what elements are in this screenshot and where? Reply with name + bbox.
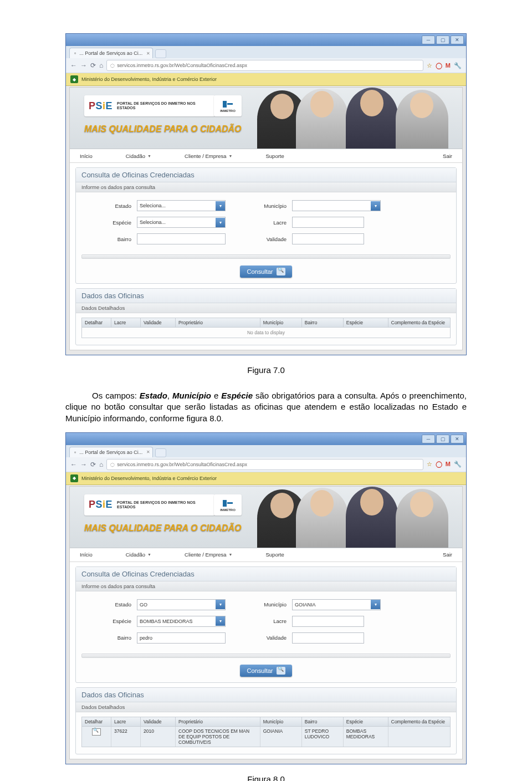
results-panel: Dados das Oficinas Dados Detalhados Deta… <box>75 687 457 754</box>
url-input[interactable]: ◌ servicos.inmetro.rs.gov.br/Web/Consult… <box>106 459 423 470</box>
lacre-input[interactable] <box>292 616 364 627</box>
estado-select[interactable]: GO▾ <box>137 599 226 610</box>
chevron-down-icon: ▼ <box>147 553 151 557</box>
results-sub: Dados Detalhados <box>76 702 456 712</box>
forward-icon[interactable]: → <box>80 62 87 69</box>
bookmark-star-icon[interactable]: ☆ <box>427 62 432 69</box>
browser-tab[interactable]: ▫ ... Portal de Serviços ao Ci... ✕ <box>69 48 153 58</box>
menu-inicio[interactable]: Início <box>80 153 93 159</box>
close-icon[interactable]: ✕ <box>451 435 464 443</box>
menu-cidadao[interactable]: Cidadão▼ <box>126 552 151 558</box>
url-input[interactable]: ◌ servicos.inmetro.rs.gov.br/Web/Consult… <box>106 60 423 71</box>
maximize-icon[interactable]: ▢ <box>436 35 449 44</box>
col-municipio[interactable]: Município <box>260 318 302 327</box>
menu-cidadao[interactable]: Cidadão▼ <box>126 153 151 159</box>
bookmark-label[interactable]: Ministério do Desenvolvimento, Indústria… <box>81 476 217 481</box>
consultar-button[interactable]: Consultar <box>240 266 291 278</box>
settings-wrench-icon[interactable]: 🔧 <box>454 461 462 468</box>
bairro-input[interactable] <box>137 233 226 244</box>
results-title: Dados das Oficinas <box>76 688 456 702</box>
tab-title: ... Portal de Serviços ao Ci... <box>79 50 142 56</box>
cell-bairro: ST PEDRO LUDOVICO <box>302 727 344 747</box>
menu-sair[interactable]: Sair <box>443 153 452 159</box>
forward-icon[interactable]: → <box>80 461 87 468</box>
page-icon: ▫ <box>74 50 76 56</box>
main-menu: Início Cidadão▼ Cliente / Empresa▼ Supor… <box>70 548 462 562</box>
reload-icon[interactable]: ⟳ <box>90 62 96 69</box>
label-especie: Espécie <box>98 220 131 226</box>
municipio-select[interactable]: ▾ <box>292 200 381 211</box>
especie-select[interactable]: BOMBAS MEDIDORAS▾ <box>137 616 226 627</box>
psie-subtitle: PORTAL DE SERVIÇOS DO INMETRO NOS ESTADO… <box>117 501 211 509</box>
extension-icon[interactable]: ◯ <box>436 62 442 69</box>
municipio-select[interactable]: GOIANIA▾ <box>292 599 381 610</box>
home-icon[interactable]: ⌂ <box>99 461 103 468</box>
panel-sub: Informe os dados para consulta <box>76 182 456 192</box>
minimize-icon[interactable]: ─ <box>422 35 435 44</box>
extension-icon[interactable]: ◯ <box>436 461 442 468</box>
back-icon[interactable]: ← <box>70 461 77 468</box>
home-icon[interactable]: ⌂ <box>99 62 103 69</box>
detalhar-icon[interactable] <box>92 728 101 736</box>
bookmark-star-icon[interactable]: ☆ <box>427 461 432 468</box>
maximize-icon[interactable]: ▢ <box>436 435 449 443</box>
col-municipio[interactable]: Município <box>260 717 302 726</box>
bookmark-label[interactable]: Ministério do Desenvolvimento, Indústria… <box>81 76 217 82</box>
col-proprietario[interactable]: Proprietário <box>176 717 260 726</box>
results-title: Dados das Oficinas <box>76 289 456 303</box>
especie-select[interactable]: Seleciona...▾ <box>137 217 226 228</box>
col-detalhar[interactable]: Detalhar <box>82 318 111 327</box>
menu-cliente[interactable]: Cliente / Empresa▼ <box>185 552 232 558</box>
label-lacre: Lacre <box>253 618 287 624</box>
col-complemento[interactable]: Complemento da Espécie <box>388 318 450 327</box>
back-icon[interactable]: ← <box>70 62 77 69</box>
window-titlebar: ─ ▢ ✕ <box>66 433 466 445</box>
col-detalhar[interactable]: Detalhar <box>82 717 111 726</box>
gmail-icon[interactable]: M <box>446 461 451 468</box>
gmail-icon[interactable]: M <box>446 62 451 69</box>
estado-select[interactable]: Seleciona...▾ <box>137 200 226 211</box>
consultar-button[interactable]: Consultar <box>240 665 291 677</box>
browser-tab[interactable]: ▫ ... Portal de Serviços ao Ci... ✕ <box>69 447 153 457</box>
validade-input[interactable] <box>292 632 364 644</box>
col-validade[interactable]: Validade <box>141 717 176 726</box>
col-bairro[interactable]: Bairro <box>302 318 344 327</box>
table-row[interactable]: 37622 2010 COOP DOS TECNICOS EM MAN DE E… <box>82 727 450 747</box>
col-validade[interactable]: Validade <box>141 318 176 327</box>
tab-close-icon[interactable]: ✕ <box>146 450 150 455</box>
minimize-icon[interactable]: ─ <box>422 435 435 443</box>
results-sub: Dados Detalhados <box>76 303 456 313</box>
menu-cliente[interactable]: Cliente / Empresa▼ <box>185 153 232 159</box>
lacre-input[interactable] <box>292 217 364 228</box>
new-tab-button[interactable] <box>155 448 166 457</box>
menu-sair[interactable]: Sair <box>443 552 452 558</box>
settings-wrench-icon[interactable]: 🔧 <box>454 62 462 69</box>
tab-close-icon[interactable]: ✕ <box>146 51 150 56</box>
col-complemento[interactable]: Complemento da Espécie <box>388 717 450 726</box>
menu-suporte[interactable]: Suporte <box>266 552 284 558</box>
cell-municipio: GOIANIA <box>260 727 302 747</box>
menu-suporte[interactable]: Suporte <box>266 153 284 159</box>
col-bairro[interactable]: Bairro <box>302 717 344 726</box>
bairro-input[interactable]: pedro <box>137 632 226 644</box>
chevron-down-icon: ▾ <box>216 616 225 626</box>
label-estado: Estado <box>98 203 131 209</box>
results-table: Detalhar Lacre Validade Proprietário Mun… <box>81 318 451 338</box>
validade-input[interactable] <box>292 233 364 244</box>
col-especie[interactable]: Espécie <box>344 717 388 726</box>
psie-subtitle: PORTAL DE SERVIÇOS DO INMETRO NOS ESTADO… <box>117 101 211 110</box>
panel-title: Consulta de Oficinas Credenciadas <box>76 168 456 182</box>
col-lacre[interactable]: Lacre <box>111 318 141 327</box>
close-icon[interactable]: ✕ <box>451 35 464 44</box>
label-lacre: Lacre <box>253 220 287 226</box>
cell-especie: BOMBAS MEDIDORAS <box>344 727 388 747</box>
col-proprietario[interactable]: Proprietário <box>176 318 260 327</box>
new-tab-button[interactable] <box>155 49 166 58</box>
paragraph-1: Os campos: Estado, Município e Espécie s… <box>65 390 467 424</box>
panel-title: Consulta de Oficinas Credenciadas <box>76 567 456 581</box>
col-lacre[interactable]: Lacre <box>111 717 141 726</box>
col-especie[interactable]: Espécie <box>344 318 388 327</box>
banner-slogan: MAIS QUALIDADE PARA O CIDADÃO <box>84 523 242 533</box>
reload-icon[interactable]: ⟳ <box>90 461 96 468</box>
menu-inicio[interactable]: Início <box>80 552 93 558</box>
